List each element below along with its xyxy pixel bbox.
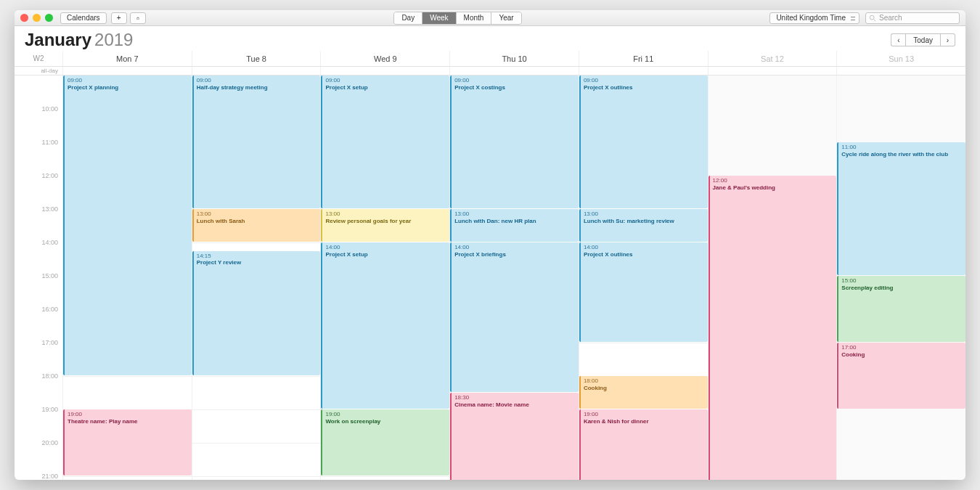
calendar-event[interactable]: 14:00Project X outlines (579, 242, 708, 342)
event-title: Cooking (584, 385, 705, 392)
calendar-event[interactable]: 14:00Project X briefings (450, 242, 579, 392)
day-column[interactable]: 09:00Project X planning19:00Theatre name… (62, 75, 192, 480)
day-header[interactable]: Sun 13 (836, 51, 965, 66)
calendar-event[interactable]: 13:00Lunch with Dan: new HR plan (450, 209, 579, 242)
event-title: Project Y review (197, 259, 318, 266)
allday-cell[interactable] (836, 67, 965, 75)
calendar-event[interactable]: 14:00Project X setup (321, 242, 449, 409)
allday-cell[interactable] (320, 67, 449, 75)
event-time: 09:00 (197, 77, 318, 84)
add-button[interactable]: + (111, 12, 127, 24)
event-title: Project X setup (325, 84, 446, 91)
week-number: W2 (15, 51, 62, 66)
traffic-lights (20, 14, 53, 22)
day-header[interactable]: Mon 7 (62, 51, 192, 66)
event-time: 12:00 (713, 177, 834, 184)
day-header[interactable]: Tue 8 (192, 51, 321, 66)
event-time: 13:00 (325, 211, 446, 218)
allday-cell[interactable] (449, 67, 579, 75)
calendar-event[interactable]: 15:00Screenplay editing (837, 276, 965, 342)
calendar-event[interactable]: 18:30Cinema name: Movie name (450, 393, 579, 480)
today-button[interactable]: Today (905, 33, 941, 46)
allday-cell[interactable] (192, 67, 321, 75)
view-week-button[interactable]: Week (422, 12, 456, 24)
view-month-button[interactable]: Month (457, 12, 492, 24)
calendar-event[interactable]: 19:00Work on screenplay (321, 409, 449, 475)
event-time: 11:00 (841, 144, 963, 151)
event-time: 14:00 (584, 244, 705, 251)
calendar-event[interactable]: 12:00Jane & Paul's wedding (709, 176, 837, 480)
event-title: Project X outlines (584, 84, 705, 91)
event-title: Theatre name: Play name (68, 418, 189, 425)
calendar-event[interactable]: 11:00Cycle ride along the river with the… (837, 142, 965, 275)
calendar-event[interactable]: 17:00Cooking (837, 343, 965, 409)
zoom-icon[interactable] (45, 14, 53, 22)
event-time: 13:00 (584, 211, 705, 218)
time-label: 21:00 (41, 473, 58, 480)
day-column[interactable]: 12:00Jane & Paul's wedding (708, 75, 837, 480)
calendar-event[interactable]: 18:00Cooking (579, 376, 708, 409)
calendar-event[interactable]: 19:00Karen & Nish for dinner (579, 409, 708, 480)
search-input[interactable]: Search (865, 12, 960, 24)
timezone-select[interactable]: United Kingdom Time (769, 12, 859, 24)
prev-week-button[interactable]: ‹ (891, 33, 905, 46)
calendar-event[interactable]: 09:00Project X costings (450, 75, 579, 208)
allday-cell[interactable] (579, 67, 708, 75)
day-column[interactable]: 09:00Half-day strategy meeting13:00Lunch… (192, 75, 321, 480)
event-time: 14:15 (197, 253, 318, 260)
day-column[interactable]: 11:00Cycle ride along the river with the… (836, 75, 965, 480)
view-year-button[interactable]: Year (491, 12, 520, 24)
week-grid[interactable]: 10:0011:0012:0013:0014:0015:0016:0017:00… (15, 75, 965, 480)
calendars-button[interactable]: Calendars (60, 12, 107, 24)
day-header[interactable]: Fri 11 (579, 51, 708, 66)
page-title: January2019 (25, 30, 133, 50)
svg-point-0 (870, 15, 874, 20)
day-column[interactable]: 09:00Project X setup13:00Review personal… (320, 75, 449, 480)
event-title: Lunch with Dan: new HR plan (454, 218, 576, 225)
day-column[interactable]: 09:00Project X outlines13:00Lunch with S… (579, 75, 708, 480)
event-title: Jane & Paul's wedding (713, 184, 834, 192)
allday-cell[interactable] (708, 67, 837, 75)
day-header[interactable]: Thu 10 (449, 51, 579, 66)
minimize-icon[interactable] (33, 14, 41, 22)
week-nav: ‹ Today › (891, 33, 955, 46)
day-header[interactable]: Wed 9 (320, 51, 449, 66)
allday-cell[interactable] (62, 67, 192, 75)
next-week-button[interactable]: › (941, 33, 955, 46)
event-time: 09:00 (68, 77, 189, 84)
calendar-event[interactable]: 09:00Project X planning (63, 75, 192, 375)
event-title: Karen & Nish for dinner (584, 418, 705, 425)
time-label: 11:00 (41, 139, 58, 146)
event-time: 19:00 (68, 411, 189, 418)
time-label: 18:00 (41, 372, 58, 380)
calendar-event[interactable]: 19:00Theatre name: Play name (63, 409, 192, 475)
time-label: 12:00 (41, 172, 58, 179)
event-title: Cooking (841, 351, 963, 359)
calendar-event[interactable]: 13:00Lunch with Su: marketing review (579, 209, 708, 242)
search-placeholder: Search (879, 14, 902, 22)
calendar-event[interactable]: 14:15Project Y review (192, 251, 321, 376)
calendar-event[interactable]: 09:00Project X outlines (579, 75, 708, 208)
day-column[interactable]: 09:00Project X costings13:00Lunch with D… (449, 75, 579, 480)
calendar-event[interactable]: 09:00Half-day strategy meeting (192, 75, 321, 208)
event-title: Project X briefings (454, 251, 576, 258)
share-button[interactable] (130, 12, 146, 24)
calendar-event[interactable]: 09:00Project X setup (321, 75, 449, 208)
search-icon (869, 15, 876, 22)
event-title: Cinema name: Movie name (454, 401, 576, 409)
event-time: 18:00 (584, 377, 705, 385)
event-time: 19:00 (584, 411, 705, 418)
day-header[interactable]: Sat 12 (708, 51, 837, 66)
close-icon[interactable] (20, 14, 28, 22)
calendar-event[interactable]: 13:00Lunch with Sarah (192, 209, 321, 242)
event-title: Project X setup (325, 251, 446, 258)
inbox-icon (136, 15, 139, 22)
view-day-button[interactable]: Day (394, 12, 422, 24)
event-title: Half-day strategy meeting (197, 84, 318, 91)
day-header-row: W2 Mon 7Tue 8Wed 9Thu 10Fri 11Sat 12Sun … (15, 51, 965, 67)
time-label: 13:00 (41, 205, 58, 213)
event-title: Project X outlines (584, 251, 705, 258)
calendar-event[interactable]: 13:00Review personal goals for year (321, 209, 449, 242)
time-label: 20:00 (41, 439, 58, 446)
event-time: 18:30 (454, 394, 576, 401)
